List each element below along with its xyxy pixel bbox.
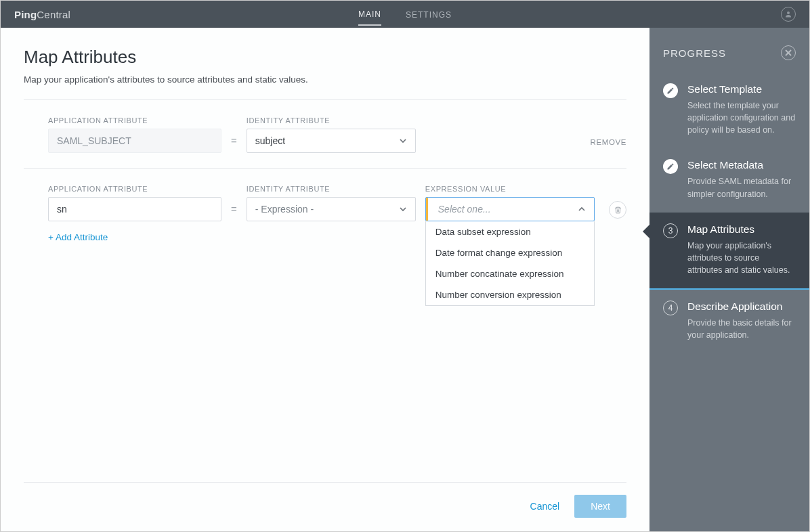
topbar: PingCentral MAIN SETTINGS <box>1 1 809 28</box>
nav-main[interactable]: MAIN <box>358 3 381 26</box>
next-button[interactable]: Next <box>574 495 626 518</box>
chevron-up-icon <box>578 205 586 213</box>
main-panel: Map Attributes Map your application's at… <box>1 28 649 531</box>
chevron-down-icon <box>399 137 407 145</box>
body: Map Attributes Map your application's at… <box>1 28 809 531</box>
identity-attr-select-2[interactable]: - Expression - <box>247 197 416 221</box>
step-desc: Provide the basic details for your appli… <box>687 317 796 341</box>
label-app-attr-1: APPLICATION ATTRIBUTE <box>48 116 221 125</box>
step-select-metadata[interactable]: Select Metadata Provide SAML metadata fo… <box>649 148 809 212</box>
app-attr-input-2[interactable] <box>48 197 221 221</box>
cancel-button[interactable]: Cancel <box>530 501 560 512</box>
equals-1: = <box>231 135 237 153</box>
label-identity-attr-2: IDENTITY ATTRIBUTE <box>247 185 416 193</box>
step-select-template[interactable]: Select Template Select the template your… <box>649 72 809 148</box>
label-expr-value: EXPRESSION VALUE <box>425 185 595 193</box>
step-title: Select Template <box>687 83 796 95</box>
svg-point-0 <box>787 12 790 14</box>
brand-bold: Ping <box>14 9 37 20</box>
identity-attr-value-2: - Expression - <box>255 204 314 215</box>
pencil-icon <box>663 83 678 98</box>
dropdown-option[interactable]: Number conversion expression <box>426 284 594 305</box>
app-window: PingCentral MAIN SETTINGS Map Attributes… <box>0 0 810 532</box>
expression-combo-wrap: Select one... Data subset expression Dat… <box>425 197 595 221</box>
step-number-icon: 3 <box>663 223 678 238</box>
close-sidebar-button[interactable] <box>781 45 796 60</box>
page-title: Map Attributes <box>24 47 626 68</box>
step-title: Map Attributes <box>687 223 796 236</box>
progress-sidebar: PROGRESS Select Template Select the temp… <box>649 28 809 531</box>
expression-dropdown: Data subset expression Date format chang… <box>425 221 595 306</box>
identity-attr-select-1[interactable]: subject <box>247 129 416 153</box>
expression-value-select[interactable]: Select one... <box>425 197 595 221</box>
remove-row-button[interactable] <box>609 201 626 219</box>
label-app-attr-2: APPLICATION ATTRIBUTE <box>48 185 221 193</box>
app-attr-input-1: SAML_SUBJECT <box>48 129 221 153</box>
brand-light: Central <box>37 9 70 20</box>
user-menu-icon[interactable] <box>781 7 796 22</box>
label-identity-attr-1: IDENTITY ATTRIBUTE <box>247 116 416 125</box>
footer-actions: Cancel Next <box>24 482 626 518</box>
attribute-row-2: APPLICATION ATTRIBUTE = IDENTITY ATTRIBU… <box>24 169 626 242</box>
sidebar-title: PROGRESS <box>663 47 726 59</box>
dropdown-option[interactable]: Date format change expression <box>426 242 594 263</box>
step-number-icon: 4 <box>663 301 678 315</box>
step-title: Describe Application <box>687 301 796 313</box>
expression-placeholder: Select one... <box>434 204 491 215</box>
attribute-row-1: APPLICATION ATTRIBUTE SAML_SUBJECT = IDE… <box>24 100 626 168</box>
step-title: Select Metadata <box>687 159 796 171</box>
step-desc: Provide SAML metadata for simpler config… <box>687 175 796 200</box>
page-description: Map your application's attributes to sou… <box>24 74 626 85</box>
step-desc: Map your application's attributes to sou… <box>687 240 796 276</box>
remove-header: REMOVE <box>591 138 626 146</box>
step-describe-application[interactable]: 4 Describe Application Provide the basic… <box>649 290 809 353</box>
combo-accent <box>426 198 428 221</box>
brand-logo: PingCentral <box>14 9 70 20</box>
step-desc: Select the template your application con… <box>687 99 796 136</box>
step-map-attributes[interactable]: 3 Map Attributes Map your application's … <box>649 213 809 290</box>
nav-settings[interactable]: SETTINGS <box>406 3 452 25</box>
dropdown-option[interactable]: Data subset expression <box>426 221 594 242</box>
equals-2: = <box>231 203 237 221</box>
identity-attr-value-1: subject <box>255 135 285 146</box>
top-nav: MAIN SETTINGS <box>358 1 452 28</box>
chevron-down-icon <box>399 205 407 213</box>
dropdown-option[interactable]: Number concatinate expression <box>426 263 594 284</box>
pencil-icon <box>663 159 678 174</box>
add-attribute-link[interactable]: + Add Attribute <box>24 232 108 242</box>
